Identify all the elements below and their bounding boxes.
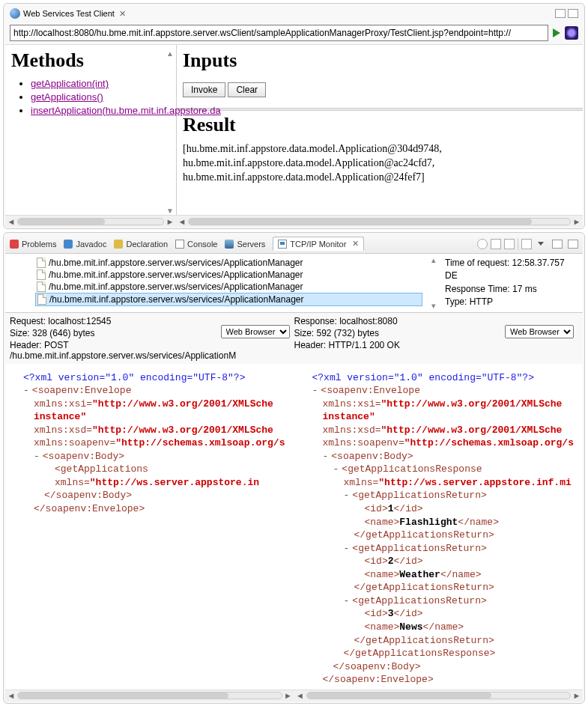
close-icon[interactable]: ✕ [352, 239, 359, 249]
invoke-button[interactable]: Invoke [183, 82, 225, 97]
request-list: /hu.bme.mit.inf.appstore.server.ws/servi… [5, 254, 427, 312]
response-xml: <?xml version="1.0" encoding="UTF-8"?> -… [294, 364, 584, 690]
methods-heading: Methods [11, 49, 170, 72]
request-row[interactable]: /hu.bme.mit.inf.appstore.server.ws/servi… [35, 257, 422, 269]
tab-console[interactable]: Console [175, 240, 217, 249]
tab-strip: Problems Javadoc Declaration Console Ser… [5, 234, 583, 254]
request-viewer-select[interactable]: Web Browser [221, 325, 290, 338]
request-row-selected[interactable]: /hu.bme.mit.inf.appstore.server.ws/servi… [35, 293, 422, 306]
clear-button[interactable]: Clear [228, 82, 266, 97]
eclipse-icon[interactable] [565, 26, 578, 40]
document-icon [37, 258, 46, 268]
request-info: Time of request: 12:58.37.757 DE Respons… [440, 254, 583, 312]
go-icon[interactable] [553, 28, 560, 37]
request-type: Type: HTTP [445, 296, 578, 308]
method-link-getapplications[interactable]: getApplications() [31, 91, 103, 103]
document-icon [37, 282, 46, 292]
clear-icon[interactable] [491, 239, 501, 249]
tab-javadoc[interactable]: Javadoc [64, 240, 106, 249]
tab-title: Web Services Test Client [23, 9, 115, 18]
vscroll[interactable]: ▲▼ [164, 49, 176, 215]
tab-problems[interactable]: Problems [10, 240, 56, 249]
time-of-request: Time of request: 12:58.37.757 DE [445, 257, 578, 283]
close-tab-icon[interactable]: ✕ [119, 9, 126, 19]
response-header: Header: HTTP/1.1 200 OK [294, 340, 579, 350]
titlebar: Web Services Test Client ✕ [5, 5, 583, 22]
document-icon [37, 294, 46, 305]
inputs-heading: Inputs [183, 49, 577, 72]
inputs-pane: Inputs Invoke Clear Result [hu.bme.mit.i… [176, 45, 583, 215]
properties-icon[interactable] [521, 239, 532, 249]
minimize-icon[interactable] [555, 9, 566, 18]
request-xml: <?xml version="1.0" encoding="UTF-8"?> -… [5, 364, 294, 690]
methods-pane: Methods getApplication(int) getApplicati… [5, 45, 176, 215]
pin-icon[interactable] [504, 239, 515, 249]
result-text: [hu.bme.mit.inf.appstore.data.model.Appl… [183, 142, 577, 185]
sort-icon[interactable] [477, 239, 488, 249]
url-input[interactable] [10, 25, 548, 41]
response-viewer-select[interactable]: Web Browser [505, 325, 574, 338]
result-heading: Result [183, 114, 577, 136]
request-meta: Request: localhost:12545 Size: 328 (646)… [10, 316, 294, 361]
view-toolbar [477, 238, 578, 250]
maximize-view-icon[interactable] [568, 240, 578, 249]
request-xml-hscroll[interactable]: ◄► [5, 690, 294, 702]
tab-declaration[interactable]: Declaration [114, 240, 168, 249]
method-link-getapplication[interactable]: getApplication(int) [31, 78, 109, 89]
globe-icon [10, 8, 20, 19]
document-icon [37, 270, 46, 280]
request-row[interactable]: /hu.bme.mit.inf.appstore.server.ws/servi… [35, 269, 422, 281]
inputs-hscroll[interactable]: ◄► [176, 215, 583, 227]
methods-hscroll[interactable]: ◄► [5, 215, 176, 227]
response-time: Response Time: 17 ms [445, 283, 578, 296]
response-meta: Response: localhost:8080 Size: 592 (732)… [294, 316, 579, 361]
web-services-test-client-panel: Web Services Test Client ✕ Methods getAp… [3, 3, 585, 229]
url-bar [5, 22, 583, 44]
tab-servers[interactable]: Servers [225, 240, 265, 249]
request-header: Header: POST /hu.bme.mit.inf.appstore.se… [10, 340, 294, 361]
request-row[interactable]: /hu.bme.mit.inf.appstore.server.ws/servi… [35, 281, 422, 293]
tab-tcpip-monitor[interactable]: TCP/IP Monitor✕ [273, 237, 364, 251]
view-menu-icon[interactable] [538, 242, 544, 246]
response-xml-hscroll[interactable]: ◄► [294, 690, 584, 702]
method-link-insertapplication[interactable]: insertApplication(hu.bme.mit.inf.appstor… [31, 105, 221, 116]
pane-divider[interactable] [177, 108, 583, 111]
bottom-panel: Problems Javadoc Declaration Console Ser… [3, 232, 585, 704]
maximize-icon[interactable] [568, 9, 578, 18]
request-list-vscroll[interactable]: ▴▾ [427, 254, 440, 312]
minimize-view-icon[interactable] [552, 240, 563, 249]
